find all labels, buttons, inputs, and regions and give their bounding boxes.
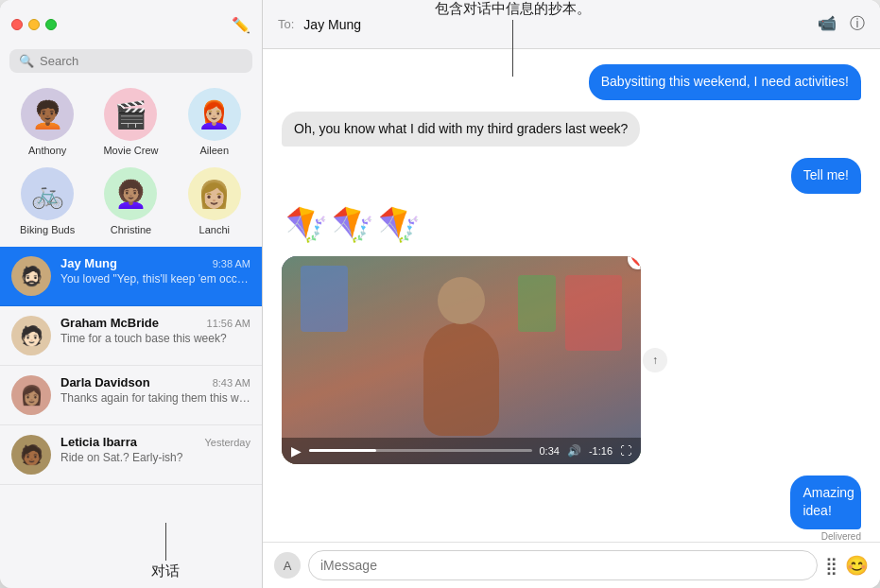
- pinned-contact-moviecrew[interactable]: 🎬 Movie Crew: [91, 84, 170, 160]
- emoji-icon: 😊: [845, 555, 869, 576]
- avatar: 🚲: [21, 167, 74, 220]
- video-call-icon[interactable]: 📹: [818, 14, 837, 34]
- chat-area: To: Jay Mung 📹 ⓘ Babysitting this weeken…: [263, 0, 880, 588]
- delivered-label: Delivered: [821, 531, 861, 542]
- minimize-button[interactable]: [28, 19, 40, 30]
- conv-time: Yesterday: [204, 437, 250, 448]
- message-row-kites: 🪁 🪁 🪁: [282, 205, 861, 245]
- info-icon[interactable]: ⓘ: [850, 14, 865, 34]
- contact-name: Aileen: [200, 145, 230, 156]
- avatar: 👩🏽: [11, 375, 51, 415]
- appstore-icon: A: [284, 559, 292, 573]
- emoji-button[interactable]: 😊: [845, 554, 869, 577]
- conv-preview: Time for a touch base this week?: [60, 332, 250, 345]
- title-bar: ✏️: [0, 0, 262, 49]
- play-button[interactable]: ▶: [291, 443, 302, 458]
- message-bubble: Oh, you know what I did with my third gr…: [282, 112, 640, 147]
- share-button[interactable]: ↑: [643, 348, 667, 372]
- conv-info: Darla Davidson 8:43 AM Thanks again for …: [60, 375, 250, 405]
- conv-time: 11:56 AM: [207, 318, 250, 329]
- conversation-item-leticia[interactable]: 🧑🏾 Leticia Ibarra Yesterday Ride on Sat.…: [0, 425, 262, 485]
- app-store-button[interactable]: A: [274, 552, 301, 579]
- audio-button[interactable]: ⣿: [825, 555, 837, 576]
- conversation-item-darla[interactable]: 👩🏽 Darla Davidson 8:43 AM Thanks again f…: [0, 366, 262, 425]
- search-icon: 🔍: [19, 54, 34, 68]
- avatar: 👩🏽‍🦱: [104, 167, 157, 220]
- conv-info: Jay Mung 9:38 AM You loved "Yep, this'll…: [60, 256, 250, 285]
- chat-header: To: Jay Mung 📹 ⓘ: [263, 0, 880, 49]
- conv-name: Jay Mung: [60, 256, 117, 270]
- sidebar: ✏️ 🔍 🧑🏾‍🦱 Anthony 🎬 Movie Crew: [0, 0, 263, 588]
- conversation-list: 🧔🏻 Jay Mung 9:38 AM You loved "Yep, this…: [0, 247, 262, 588]
- waveform-icon: ⣿: [825, 556, 837, 575]
- conv-time: 9:38 AM: [213, 258, 250, 269]
- contact-name: Anthony: [28, 145, 66, 156]
- avatar: 🧑🏾‍🦱: [21, 88, 74, 141]
- message-row: Oh, you know what I did with my third gr…: [282, 112, 861, 147]
- video-message: ❤️ ▶ 0:34 🔊 -1:16 ⛶: [282, 256, 641, 464]
- search-bar: 🔍: [9, 49, 252, 73]
- compose-icon: ✏️: [232, 17, 250, 33]
- conv-info: Leticia Ibarra Yesterday Ride on Sat.? E…: [60, 435, 250, 464]
- pinned-contacts: 🧑🏾‍🦱 Anthony 🎬 Movie Crew 👩🏼‍🦰 Aileen 🚲 …: [0, 80, 262, 247]
- conv-preview: Ride on Sat.? Early-ish?: [60, 451, 250, 464]
- message-row: Amazing idea! Delivered: [282, 476, 861, 542]
- message-input[interactable]: [308, 550, 818, 580]
- traffic-lights: [11, 19, 57, 30]
- message-text: Amazing idea!: [802, 485, 854, 519]
- conv-name: Graham McBride: [60, 316, 159, 330]
- chat-recipient: Jay Mung: [303, 17, 361, 32]
- message-bubble: Amazing idea!: [790, 476, 861, 529]
- message-bubble: Babysitting this weekend, I need activit…: [589, 64, 861, 100]
- contact-name: Biking Buds: [20, 224, 75, 235]
- conv-preview: Thanks again for taking them this weeken…: [60, 391, 250, 405]
- contact-name: Christine: [111, 224, 151, 235]
- conv-name: Darla Davidson: [60, 375, 150, 389]
- conv-info: Graham McBride 11:56 AM Time for a touch…: [60, 316, 250, 345]
- message-text: Oh, you know what I did with my third gr…: [294, 121, 628, 136]
- avatar: 🧑🏾: [11, 435, 51, 475]
- message-text: Tell me!: [803, 167, 849, 182]
- contact-name: Lanchi: [199, 224, 230, 235]
- pinned-contact-aileen[interactable]: 👩🏼‍🦰 Aileen: [175, 84, 254, 160]
- progress-bar[interactable]: [309, 449, 532, 452]
- message-text: Babysitting this weekend, I need activit…: [601, 74, 849, 89]
- pinned-contact-christine[interactable]: 👩🏽‍🦱 Christine: [91, 164, 170, 239]
- video-time-remaining: -1:16: [589, 445, 613, 457]
- message-row: Babysitting this weekend, I need activit…: [282, 64, 861, 100]
- conv-time: 8:43 AM: [213, 377, 250, 389]
- video-player[interactable]: ❤️ ▶ 0:34 🔊 -1:16 ⛶: [282, 256, 641, 464]
- header-actions: 📹 ⓘ: [818, 14, 865, 34]
- message-row-video: ❤️ ▶ 0:34 🔊 -1:16 ⛶: [282, 256, 861, 464]
- avatar: 🎬: [104, 88, 157, 141]
- video-controls: ▶ 0:34 🔊 -1:16 ⛶: [282, 438, 641, 464]
- input-area: A ⣿ 😊: [263, 542, 880, 588]
- to-label: To:: [278, 17, 294, 31]
- kite-emojis: 🪁 🪁 🪁: [282, 205, 424, 245]
- contact-name: Movie Crew: [103, 145, 158, 156]
- avatar: 🧑🏻: [11, 316, 51, 355]
- pinned-contact-anthony[interactable]: 🧑🏾‍🦱 Anthony: [8, 84, 87, 160]
- messages-container: Babysitting this weekend, I need activit…: [263, 49, 880, 542]
- fullscreen-icon[interactable]: ⛶: [620, 444, 631, 458]
- progress-fill: [309, 449, 376, 452]
- compose-button[interactable]: ✏️: [232, 16, 250, 34]
- message-bubble: Tell me!: [791, 158, 861, 194]
- pinned-contact-lanchi[interactable]: 👩🏼 Lanchi: [175, 164, 254, 239]
- conv-preview: You loved "Yep, this'll keep 'em occupie…: [60, 272, 250, 285]
- pinned-contact-bikingbuds[interactable]: 🚲 Biking Buds: [8, 164, 87, 239]
- conv-name: Leticia Ibarra: [60, 435, 137, 449]
- volume-icon[interactable]: 🔊: [567, 444, 581, 458]
- app-window: 包含对话中信息的抄本。 对话 ✏️ 🔍: [0, 0, 880, 588]
- maximize-button[interactable]: [45, 19, 57, 30]
- video-time-elapsed: 0:34: [540, 445, 560, 457]
- avatar: 🧔🏻: [11, 256, 51, 296]
- avatar: 👩🏼‍🦰: [188, 88, 241, 141]
- conversation-item-jay[interactable]: 🧔🏻 Jay Mung 9:38 AM You loved "Yep, this…: [0, 247, 262, 306]
- message-row: Tell me!: [282, 158, 861, 194]
- conversation-item-graham[interactable]: 🧑🏻 Graham McBride 11:56 AM Time for a to…: [0, 306, 262, 366]
- avatar: 👩🏼: [188, 167, 241, 220]
- search-input[interactable]: [40, 54, 243, 68]
- close-button[interactable]: [11, 19, 23, 30]
